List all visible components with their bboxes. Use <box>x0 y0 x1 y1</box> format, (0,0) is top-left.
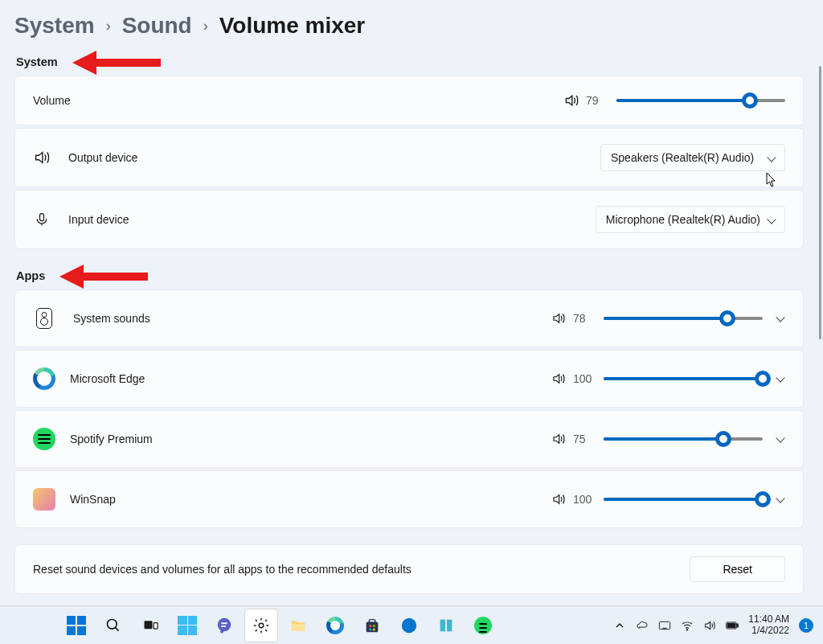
microsoft-store-icon <box>363 617 381 634</box>
svg-rect-13 <box>369 628 371 630</box>
app-row-microsoft-edge: Microsoft Edge 100 <box>14 350 804 408</box>
svg-point-19 <box>687 629 688 630</box>
app-row-spotify-premium: Spotify Premium 75 <box>14 410 804 468</box>
keyboard-icon[interactable] <box>658 619 671 632</box>
input-device-row: Input device Microphone (Realtek(R) Audi… <box>14 190 804 249</box>
section-heading-system: System <box>16 53 804 71</box>
app-volume-slider[interactable] <box>604 371 763 387</box>
taskbar-app-button[interactable] <box>430 609 462 642</box>
gear-icon <box>252 617 270 634</box>
annotation-arrow-icon <box>59 267 148 285</box>
annotation-arrow-icon <box>72 53 161 71</box>
svg-rect-21 <box>737 624 738 627</box>
system-tray: 11:40 AM 1/4/2022 1 <box>613 614 823 637</box>
app-row-system-sounds: System sounds 78 <box>14 289 804 347</box>
expand-button[interactable] <box>777 435 785 443</box>
tray-overflow-button[interactable] <box>613 619 626 632</box>
taskbar-settings-button[interactable] <box>245 609 277 642</box>
taskbar-store-button[interactable] <box>356 609 388 642</box>
battery-icon[interactable] <box>726 619 739 632</box>
svg-rect-5 <box>221 622 227 624</box>
onedrive-icon[interactable] <box>636 619 649 632</box>
svg-rect-17 <box>447 619 452 631</box>
widgets-icon <box>178 616 197 635</box>
taskbar-app-button[interactable] <box>393 609 425 642</box>
svg-rect-3 <box>154 622 158 629</box>
section-heading-apps: Apps <box>16 267 804 285</box>
expand-button[interactable] <box>777 375 785 383</box>
section-heading-label: System <box>16 55 58 68</box>
mouse-cursor-icon <box>766 172 777 188</box>
volume-label: Volume <box>33 94 71 107</box>
taskbar-widgets-button[interactable] <box>171 609 203 642</box>
app-volume-slider[interactable] <box>604 431 763 447</box>
taskbar-search-button[interactable] <box>97 609 129 642</box>
reset-button[interactable]: Reset <box>690 556 785 582</box>
microsoft-edge-icon <box>33 367 55 390</box>
svg-rect-12 <box>373 625 375 627</box>
app-volume-value: 75 <box>573 433 600 445</box>
wifi-icon[interactable] <box>681 619 694 632</box>
notification-badge[interactable]: 1 <box>799 618 813 633</box>
chevron-right-icon: › <box>203 18 208 35</box>
reset-defaults-row: Reset sound devices and volumes for all … <box>14 544 804 594</box>
app-row-winsnap: WinSnap 100 <box>14 470 804 528</box>
svg-rect-8 <box>292 624 305 630</box>
breadcrumb-system[interactable]: System <box>14 13 95 39</box>
taskbar-spotify-button[interactable] <box>467 609 499 642</box>
app-volume-value: 100 <box>573 372 600 385</box>
app-name: System sounds <box>73 312 150 325</box>
chat-icon <box>215 617 233 634</box>
taskbar-chat-button[interactable] <box>208 609 240 642</box>
file-explorer-icon <box>289 617 307 634</box>
svg-rect-6 <box>221 626 226 627</box>
system-sounds-icon <box>36 308 52 329</box>
svg-point-15 <box>402 617 416 632</box>
start-button[interactable] <box>60 609 92 642</box>
breadcrumb-sound[interactable]: Sound <box>122 13 192 39</box>
task-view-button[interactable] <box>134 609 166 642</box>
scrollbar[interactable] <box>819 66 821 339</box>
app-volume-value: 78 <box>573 312 600 325</box>
task-view-icon <box>142 617 158 634</box>
input-device-label: Input device <box>68 213 129 226</box>
volume-icon[interactable] <box>703 619 716 632</box>
app-volume-slider[interactable] <box>604 310 763 326</box>
microphone-icon <box>33 211 51 228</box>
volume-slider[interactable] <box>616 92 785 109</box>
app-name: Spotify Premium <box>70 433 153 445</box>
app-volume-slider[interactable] <box>604 491 763 507</box>
expand-button[interactable] <box>777 314 785 322</box>
section-heading-label: Apps <box>16 269 45 282</box>
svg-rect-9 <box>366 621 379 632</box>
taskbar: 11:40 AM 1/4/2022 1 <box>0 605 823 644</box>
speaker-icon[interactable] <box>551 371 567 386</box>
output-device-dropdown[interactable]: Speakers (Realtek(R) Audio) <box>600 144 785 171</box>
app-icon <box>400 617 418 634</box>
reset-defaults-text: Reset sound devices and volumes for all … <box>33 563 412 576</box>
taskbar-file-explorer-button[interactable] <box>282 609 314 642</box>
speaker-icon[interactable] <box>563 92 579 109</box>
speaker-icon[interactable] <box>551 492 567 507</box>
speaker-icon[interactable] <box>551 311 567 326</box>
chevron-down-icon <box>768 216 776 224</box>
taskbar-clock[interactable]: 11:40 AM 1/4/2022 <box>748 614 789 637</box>
svg-rect-16 <box>440 619 445 631</box>
svg-rect-10 <box>369 619 375 622</box>
microsoft-edge-icon <box>326 617 344 634</box>
svg-rect-14 <box>373 628 375 630</box>
taskbar-edge-button[interactable] <box>319 609 351 642</box>
app-icon <box>437 617 455 634</box>
winsnap-icon <box>33 488 55 511</box>
input-device-dropdown[interactable]: Microphone (Realtek(R) Audio) <box>596 206 785 233</box>
app-name: Microsoft Edge <box>70 372 145 385</box>
spotify-icon <box>474 617 492 634</box>
svg-point-7 <box>259 623 264 628</box>
breadcrumb: System › Sound › Volume mixer <box>14 13 804 39</box>
chevron-right-icon: › <box>106 18 111 35</box>
expand-button[interactable] <box>777 495 785 503</box>
output-device-selected: Speakers (Realtek(R) Audio) <box>611 151 754 164</box>
speaker-icon[interactable] <box>551 432 567 446</box>
app-volume-value: 100 <box>573 493 600 506</box>
search-icon <box>105 617 121 634</box>
